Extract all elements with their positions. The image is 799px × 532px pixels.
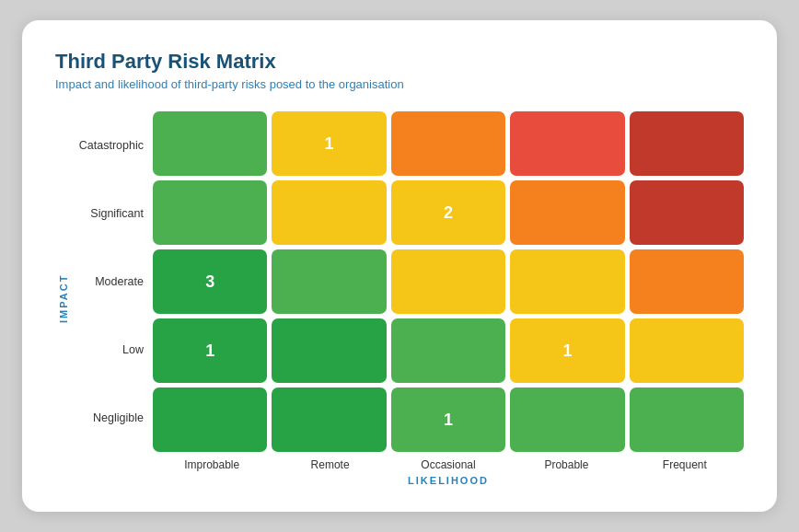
row-label-0: Catastrophic [77,113,144,178]
row-label-2: Moderate [77,249,144,314]
cell-2-1 [272,249,386,314]
matrix-inner: CatastrophicSignificantModerateLowNeglig… [77,111,744,486]
grid-row-1: 2 [153,180,744,245]
cell-0-3 [510,111,624,176]
grid-row-0: 1 [153,111,744,176]
cell-1-3 [510,180,624,245]
page-subtitle: Impact and likelihood of third-party ris… [55,77,744,91]
cell-4-3 [510,387,624,452]
cell-0-2 [391,111,505,176]
y-axis-label: IMPACT [55,111,72,486]
cell-3-0: 1 [153,318,267,383]
cell-1-4 [630,180,744,245]
cell-3-3: 1 [510,318,624,383]
col-label-2: Occasional [389,458,507,471]
cell-3-4 [630,318,744,383]
matrix-container: IMPACT CatastrophicSignificantModerateLo… [55,111,744,486]
cell-2-3 [510,249,624,314]
cell-1-2: 2 [391,180,505,245]
row-labels: CatastrophicSignificantModerateLowNeglig… [77,111,153,452]
cell-4-1 [272,387,386,452]
col-label-0: Improbable [153,458,271,471]
col-label-1: Remote [271,458,388,471]
cell-1-1 [272,180,386,245]
cell-1-0 [153,180,267,245]
cell-4-4 [630,387,744,452]
cell-3-2 [391,318,505,383]
cell-2-4 [630,249,744,314]
x-axis-label: LIKELIHOOD [153,475,744,486]
cell-0-4 [630,111,744,176]
cell-4-2: 1 [391,387,505,452]
row-label-3: Low [77,318,144,382]
cell-0-0 [153,111,267,176]
page-title: Third Party Risk Matrix [55,50,744,74]
col-label-4: Frequent [626,458,744,471]
col-label-3: Probable [507,458,625,471]
grid-area: CatastrophicSignificantModerateLowNeglig… [77,111,744,452]
grid-row-4: 1 [153,387,744,452]
col-labels: ImprobableRemoteOccasionalProbableFreque… [153,458,744,471]
cell-3-1 [272,318,386,383]
cell-2-0: 3 [153,249,267,314]
risk-matrix-card: Third Party Risk Matrix Impact and likel… [22,20,777,512]
cell-2-2 [391,249,505,314]
grid: 123111 [153,111,744,452]
grid-row-2: 3 [153,249,744,314]
grid-row-3: 11 [153,318,744,383]
row-label-1: Significant [77,181,144,246]
cell-4-0 [153,387,267,452]
cell-0-1: 1 [272,111,386,176]
row-label-4: Negligible [77,386,144,450]
